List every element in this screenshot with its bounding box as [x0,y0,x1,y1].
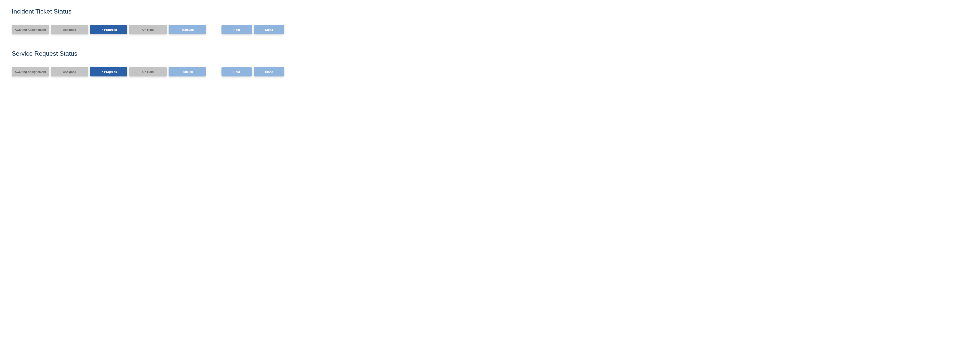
status-awaiting-assignment[interactable]: Awaiting Assignement [12,25,49,34]
status-awaiting-assignment[interactable]: Awaiting Assignement [12,67,49,77]
service-request-title: Service Request Status [12,50,968,57]
status-fulfilled[interactable]: Fulfilled [169,67,206,77]
hold-button[interactable]: Hold [221,25,252,34]
incident-ticket-title: Incident Ticket Status [12,8,968,15]
status-on-hold[interactable]: On Hold [129,67,167,77]
status-in-progress[interactable]: In Progress [90,25,127,34]
incident-ticket-section: Incident Ticket Status Awaiting Assignem… [12,8,968,34]
service-request-section: Service Request Status Awaiting Assignem… [12,50,968,77]
incident-status-row: Awaiting Assignement Assigned In Progres… [12,25,968,34]
status-assigned[interactable]: Assigned [51,25,88,34]
close-button[interactable]: Close [254,67,284,77]
hold-button[interactable]: Hold [221,67,252,77]
status-assigned[interactable]: Assigned [51,67,88,77]
status-in-progress[interactable]: In Progress [90,67,127,77]
service-status-row: Awaiting Assignement Assigned In Progres… [12,67,968,77]
status-resolved[interactable]: Resolved [169,25,206,34]
close-button[interactable]: Close [254,25,284,34]
status-on-hold[interactable]: On Hold [129,25,167,34]
